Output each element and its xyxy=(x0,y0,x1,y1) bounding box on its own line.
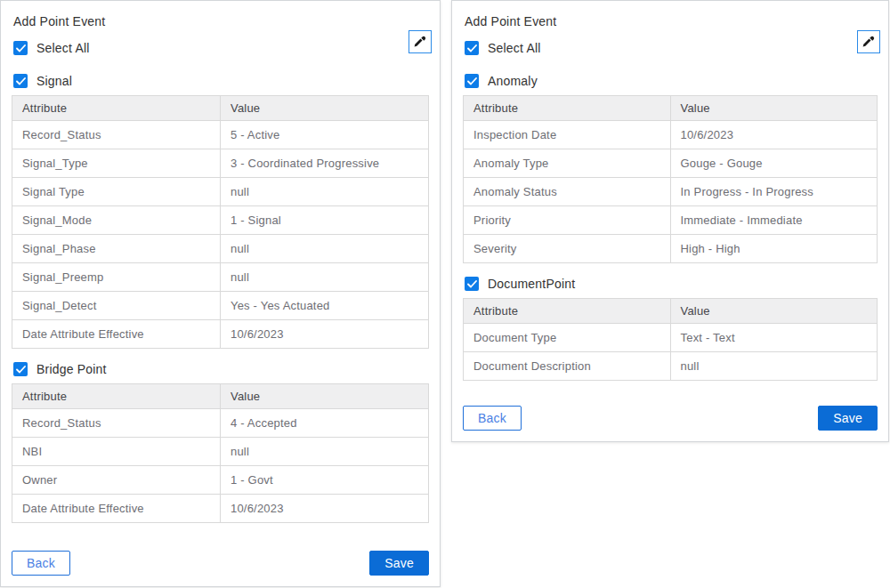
checkbox-checked-icon[interactable] xyxy=(465,74,479,88)
select-all-label: Select All xyxy=(488,41,541,55)
table-header-row: Attribute Value xyxy=(12,96,429,121)
checkbox-checked-icon[interactable] xyxy=(465,277,479,291)
panel-footer: Back Save xyxy=(12,551,429,576)
attribute-cell: Date Attribute Effective xyxy=(12,495,221,523)
attribute-cell: Signal Type xyxy=(12,178,221,206)
value-cell: 1 - Govt xyxy=(221,466,429,495)
attribute-cell: Record_Status xyxy=(12,409,221,438)
attribute-cell: Signal_Phase xyxy=(12,235,221,263)
attribute-column-header: Attribute xyxy=(464,299,671,324)
value-cell: 10/6/2023 xyxy=(221,495,429,523)
attribute-column-header: Attribute xyxy=(12,384,221,409)
attribute-table: Attribute Value Record_Status4 - Accepte… xyxy=(12,383,429,523)
attribute-cell: NBI xyxy=(12,438,221,466)
value-cell: 10/6/2023 xyxy=(670,121,878,149)
table-row: Signal_Type3 - Coordinated Progressive xyxy=(12,149,429,178)
value-cell: Yes - Yes Actuated xyxy=(221,292,429,320)
table-row: Date Attribute Effective10/6/2023 xyxy=(12,495,429,523)
back-button[interactable]: Back xyxy=(463,406,522,431)
section-checkbox-anomaly[interactable]: Anomaly xyxy=(465,74,878,88)
add-point-event-panel-left: Add Point Event Select All Signal xyxy=(0,0,441,587)
panel-footer: Back Save xyxy=(463,406,878,431)
table-row: Signal_Phasenull xyxy=(12,235,429,263)
table-row: Date Attribute Effective10/6/2023 xyxy=(12,320,429,349)
page: Add Point Event Select All Signal xyxy=(0,0,890,587)
save-button[interactable]: Save xyxy=(369,551,429,576)
save-button[interactable]: Save xyxy=(818,406,878,431)
attribute-cell: Signal_Mode xyxy=(12,206,221,235)
table-row: Owner1 - Govt xyxy=(12,466,429,495)
value-cell: Immediate - Immediate xyxy=(670,206,878,235)
section-signal: Signal Attribute Value Record_Status5 - … xyxy=(12,74,429,349)
checkbox-checked-icon[interactable] xyxy=(13,362,28,376)
value-cell: 3 - Coordinated Progressive xyxy=(221,149,429,178)
table-row: Signal_Preempnull xyxy=(12,263,429,292)
table-row: Document TypeText - Text xyxy=(464,324,878,352)
table-row: Inspection Date10/6/2023 xyxy=(464,121,878,149)
attribute-cell: Document Type xyxy=(464,324,671,352)
attribute-cell: Anomaly Type xyxy=(464,149,671,178)
value-cell: null xyxy=(221,438,429,466)
table-row: Anomaly StatusIn Progress - In Progress xyxy=(464,178,878,206)
section-checkbox-signal[interactable]: Signal xyxy=(13,74,429,88)
section-label: Anomaly xyxy=(488,74,538,88)
add-point-event-panel-right: Add Point Event Select All Anomaly xyxy=(451,0,889,442)
section-checkbox-bridge-point[interactable]: Bridge Point xyxy=(13,362,429,376)
attribute-cell: Date Attribute Effective xyxy=(12,320,221,349)
value-cell: Gouge - Gouge xyxy=(670,149,878,178)
checkbox-checked-icon[interactable] xyxy=(13,74,28,88)
select-all-checkbox[interactable]: Select All xyxy=(465,41,878,55)
table-row: Signal Typenull xyxy=(12,178,429,206)
value-cell: Text - Text xyxy=(670,324,878,352)
table-row: Anomaly TypeGouge - Gouge xyxy=(464,149,878,178)
section-label: DocumentPoint xyxy=(488,277,575,291)
attribute-cell: Owner xyxy=(12,466,221,495)
table-row: Signal_Mode1 - Signal xyxy=(12,206,429,235)
back-button[interactable]: Back xyxy=(12,551,70,576)
attribute-table: Attribute Value Inspection Date10/6/2023… xyxy=(463,95,878,263)
section-documentpoint: DocumentPoint Attribute Value Document T… xyxy=(463,277,878,381)
table-row: Record_Status5 - Active xyxy=(12,121,429,149)
value-column-header: Value xyxy=(670,96,878,121)
table-header-row: Attribute Value xyxy=(12,384,429,409)
table-row: SeverityHigh - High xyxy=(464,235,878,263)
attribute-cell: Signal_Preemp xyxy=(12,263,221,292)
attribute-cell: Priority xyxy=(464,206,671,235)
value-cell: 4 - Accepted xyxy=(221,409,429,438)
attribute-column-header: Attribute xyxy=(12,96,221,121)
value-cell: 1 - Signal xyxy=(221,206,429,235)
attribute-column-header: Attribute xyxy=(464,96,671,121)
page-title: Add Point Event xyxy=(465,14,878,28)
checkbox-checked-icon[interactable] xyxy=(465,41,479,55)
attribute-table: Attribute Value Document TypeText - Text… xyxy=(463,298,878,381)
table-row: Record_Status4 - Accepted xyxy=(12,409,429,438)
eyedropper-icon xyxy=(413,34,427,51)
table-row: PriorityImmediate - Immediate xyxy=(464,206,878,235)
value-column-header: Value xyxy=(670,299,878,324)
attribute-cell: Anomaly Status xyxy=(464,178,671,206)
table-row: Document Descriptionnull xyxy=(464,352,878,381)
select-all-checkbox[interactable]: Select All xyxy=(13,41,429,55)
value-cell: 10/6/2023 xyxy=(221,320,429,349)
checkbox-checked-icon[interactable] xyxy=(13,41,28,55)
eyedropper-button[interactable] xyxy=(857,30,880,53)
attribute-table: Attribute Value Record_Status5 - ActiveS… xyxy=(12,95,429,349)
attribute-cell: Document Description xyxy=(464,352,671,381)
attribute-cell: Severity xyxy=(464,235,671,263)
value-cell: 5 - Active xyxy=(221,121,429,149)
section-checkbox-documentpoint[interactable]: DocumentPoint xyxy=(465,277,878,291)
section-label: Bridge Point xyxy=(36,362,107,376)
value-cell: null xyxy=(670,352,878,381)
section-anomaly: Anomaly Attribute Value Inspection Date1… xyxy=(463,74,878,263)
value-column-header: Value xyxy=(221,384,429,409)
table-row: Signal_DetectYes - Yes Actuated xyxy=(12,292,429,320)
section-label: Signal xyxy=(36,74,72,88)
table-header-row: Attribute Value xyxy=(464,299,878,324)
eyedropper-icon xyxy=(862,34,876,51)
eyedropper-button[interactable] xyxy=(409,30,432,53)
value-cell: null xyxy=(221,178,429,206)
value-cell: null xyxy=(221,263,429,292)
table-header-row: Attribute Value xyxy=(464,96,878,121)
select-all-label: Select All xyxy=(36,41,90,55)
value-column-header: Value xyxy=(221,96,429,121)
